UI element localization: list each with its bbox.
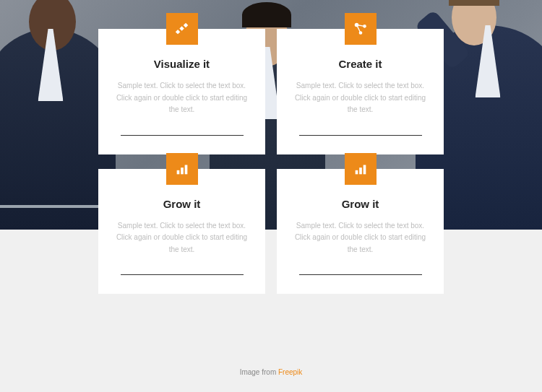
svg-rect-6 (176, 170, 179, 174)
svg-rect-9 (355, 170, 358, 174)
feature-card-grow-2: Grow it Sample text. Click to select the… (277, 169, 444, 295)
card-title: Create it (293, 58, 428, 70)
svg-rect-8 (184, 165, 187, 174)
feature-card-create: Create it Sample text. Click to select t… (277, 29, 444, 154)
chart-icon (345, 153, 377, 185)
divider (121, 135, 244, 136)
credit-link[interactable]: Freepik (278, 368, 302, 376)
card-title: Grow it (114, 198, 249, 210)
steps-icon (166, 13, 198, 45)
card-title: Grow it (293, 198, 428, 210)
card-title: Visualize it (114, 58, 249, 70)
feature-card-visualize: Visualize it Sample text. Click to selec… (98, 29, 265, 154)
connect-icon (345, 13, 377, 45)
card-description: Sample text. Click to select the text bo… (114, 220, 249, 256)
svg-rect-10 (359, 167, 362, 174)
credit-prefix: Image from (240, 368, 278, 376)
image-credit: Image from Freepik (0, 368, 542, 376)
divider (299, 274, 422, 275)
cards-grid: Visualize it Sample text. Click to selec… (98, 29, 444, 308)
svg-rect-1 (179, 26, 184, 30)
card-description: Sample text. Click to select the text bo… (293, 220, 428, 256)
svg-rect-7 (181, 167, 184, 174)
divider (299, 135, 422, 136)
svg-rect-2 (183, 23, 187, 27)
svg-rect-0 (175, 30, 179, 34)
divider (121, 274, 244, 275)
chart-icon (166, 153, 198, 185)
card-description: Sample text. Click to select the text bo… (293, 80, 428, 116)
card-description: Sample text. Click to select the text bo… (114, 80, 249, 116)
svg-rect-11 (363, 165, 366, 174)
feature-card-grow-1: Grow it Sample text. Click to select the… (98, 169, 265, 295)
